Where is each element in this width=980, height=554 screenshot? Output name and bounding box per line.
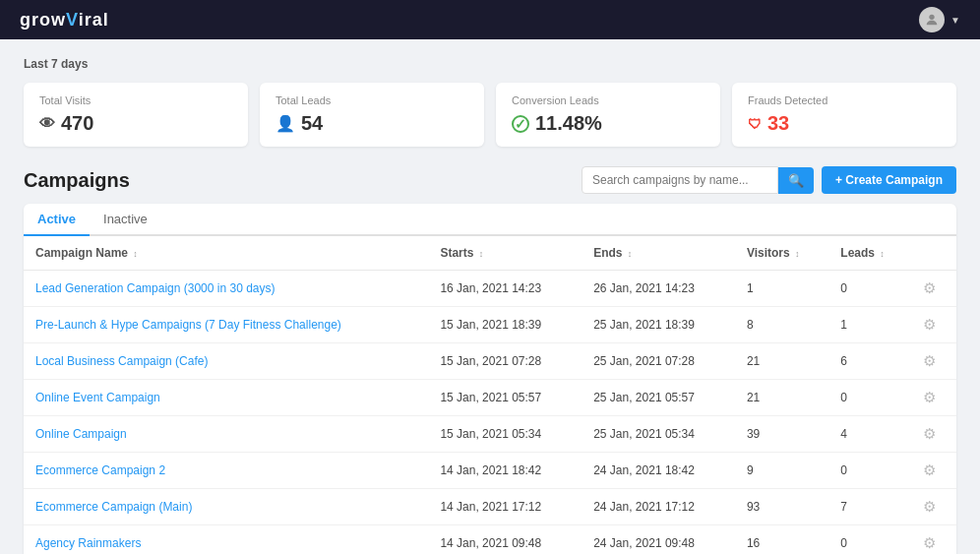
campaign-ends-cell: 26 Jan, 2021 14:23	[582, 271, 735, 307]
campaign-name-cell: Local Business Campaign (Cafe)	[24, 343, 428, 380]
stat-card-leads: Total Leads 👤 54	[260, 83, 484, 147]
campaign-settings-cell: ⚙	[911, 416, 956, 453]
campaign-link[interactable]: Online Campaign	[35, 427, 127, 441]
create-campaign-button[interactable]: + Create Campaign	[822, 166, 956, 194]
campaign-visitors-cell: 21	[735, 343, 828, 380]
sort-icon-starts: ↕	[479, 249, 484, 259]
campaign-settings-cell: ⚙	[911, 453, 956, 489]
campaign-starts-cell: 16 Jan, 2021 14:23	[428, 271, 582, 307]
campaigns-table: Campaign Name ↕ Starts ↕ Ends ↕ Visitors…	[24, 236, 956, 554]
stat-value-visits: 👁 470	[39, 112, 232, 135]
campaigns-title: Campaigns	[24, 169, 130, 192]
campaign-visitors-cell: 39	[735, 416, 828, 453]
search-wrapper: 🔍	[582, 166, 814, 194]
table-row: Online Campaign 15 Jan, 2021 05:34 25 Ja…	[24, 416, 956, 453]
campaign-settings-cell: ⚙	[911, 307, 956, 343]
campaign-name-cell: Agency Rainmakers	[24, 525, 428, 555]
gear-icon[interactable]: ⚙	[923, 462, 936, 478]
sort-icon-leads: ↕	[880, 249, 885, 259]
stats-row: Total Visits 👁 470 Total Leads 👤 54 Conv…	[24, 83, 956, 147]
campaign-name-cell: Ecommerce Campaign 2	[24, 453, 428, 489]
campaign-link[interactable]: Local Business Campaign (Cafe)	[35, 354, 208, 368]
table-row: Ecommerce Campaign 2 14 Jan, 2021 18:42 …	[24, 453, 956, 489]
stat-label-fraud: Frauds Detected	[748, 94, 941, 106]
col-visitors: Visitors ↕	[735, 236, 828, 271]
campaign-ends-cell: 25 Jan, 2021 07:28	[582, 343, 735, 380]
sort-icon-visitors: ↕	[795, 249, 800, 259]
svg-point-0	[929, 15, 934, 20]
campaigns-header: Campaigns 🔍 + Create Campaign	[24, 166, 956, 194]
stat-label-conversion: Conversion Leads	[512, 94, 704, 106]
campaign-leads-cell: 7	[828, 489, 911, 525]
campaign-name-cell: Online Campaign	[24, 416, 428, 453]
campaign-link[interactable]: Pre-Launch & Hype Campaigns (7 Day Fitne…	[35, 318, 341, 332]
gear-icon[interactable]: ⚙	[923, 425, 936, 442]
gear-icon[interactable]: ⚙	[923, 498, 936, 515]
campaign-leads-cell: 0	[828, 271, 911, 307]
campaign-leads-cell: 0	[828, 380, 911, 416]
stat-value-fraud: 🛡 33	[748, 112, 941, 135]
campaign-starts-cell: 15 Jan, 2021 05:57	[428, 380, 582, 416]
leads-icon: 👤	[276, 114, 295, 133]
search-icon: 🔍	[788, 173, 804, 188]
campaign-link[interactable]: Agency Rainmakers	[35, 536, 141, 550]
campaign-visitors-cell: 1	[735, 271, 828, 307]
table-row: Agency Rainmakers 14 Jan, 2021 09:48 24 …	[24, 525, 956, 555]
table-row: Pre-Launch & Hype Campaigns (7 Day Fitne…	[24, 307, 956, 343]
campaign-ends-cell: 24 Jan, 2021 09:48	[582, 525, 735, 555]
col-leads: Leads ↕	[828, 236, 911, 271]
user-menu[interactable]: ▼	[919, 7, 960, 32]
col-actions	[911, 236, 956, 271]
gear-icon[interactable]: ⚙	[923, 389, 936, 405]
campaign-visitors-cell: 9	[735, 453, 828, 489]
campaign-ends-cell: 24 Jan, 2021 17:12	[582, 489, 735, 525]
stat-card-fraud: Frauds Detected 🛡 33	[732, 83, 956, 147]
campaign-starts-cell: 15 Jan, 2021 18:39	[428, 307, 582, 343]
period-label: Last 7 days	[24, 57, 956, 71]
gear-icon[interactable]: ⚙	[923, 352, 936, 369]
stat-value-leads: 👤 54	[276, 112, 468, 135]
campaign-link[interactable]: Lead Generation Campaign (3000 in 30 day…	[35, 281, 276, 295]
sort-icon-name: ↕	[133, 249, 138, 259]
campaign-name-cell: Pre-Launch & Hype Campaigns (7 Day Fitne…	[24, 307, 428, 343]
col-ends: Ends ↕	[582, 236, 735, 271]
campaign-link[interactable]: Ecommerce Campaign (Main)	[35, 500, 192, 514]
stat-card-visits: Total Visits 👁 470	[24, 83, 248, 147]
fraud-icon: 🛡	[748, 116, 762, 132]
campaign-visitors-cell: 21	[735, 380, 828, 416]
gear-icon[interactable]: ⚙	[923, 279, 936, 296]
tab-inactive[interactable]: Inactive	[90, 204, 161, 236]
table-row: Online Event Campaign 15 Jan, 2021 05:57…	[24, 380, 956, 416]
col-campaign-name: Campaign Name ↕	[24, 236, 428, 271]
campaign-name-cell: Ecommerce Campaign (Main)	[24, 489, 428, 525]
stat-value-conversion: ✓ 11.48%	[512, 112, 704, 135]
conversion-icon: ✓	[512, 115, 529, 133]
campaign-name-cell: Online Event Campaign	[24, 380, 428, 416]
campaign-leads-cell: 0	[828, 525, 911, 555]
table-header-row: Campaign Name ↕ Starts ↕ Ends ↕ Visitors…	[24, 236, 956, 271]
campaign-link[interactable]: Ecommerce Campaign 2	[35, 463, 165, 477]
campaign-visitors-cell: 16	[735, 525, 828, 555]
table-row: Ecommerce Campaign (Main) 14 Jan, 2021 1…	[24, 489, 956, 525]
campaign-leads-cell: 6	[828, 343, 911, 380]
tab-active[interactable]: Active	[24, 204, 90, 236]
gear-icon[interactable]: ⚙	[923, 316, 936, 333]
campaign-settings-cell: ⚙	[911, 271, 956, 307]
visits-icon: 👁	[39, 115, 55, 133]
campaign-starts-cell: 14 Jan, 2021 18:42	[428, 453, 582, 489]
campaign-ends-cell: 25 Jan, 2021 05:34	[582, 416, 735, 453]
campaign-tabs: Active Inactive	[24, 204, 956, 236]
campaign-visitors-cell: 93	[735, 489, 828, 525]
campaign-visitors-cell: 8	[735, 307, 828, 343]
app-logo: growViral	[20, 10, 109, 31]
gear-icon[interactable]: ⚙	[923, 534, 936, 551]
campaign-link[interactable]: Online Event Campaign	[35, 391, 160, 404]
search-input[interactable]	[582, 166, 778, 194]
campaign-starts-cell: 14 Jan, 2021 09:48	[428, 525, 582, 555]
campaign-ends-cell: 25 Jan, 2021 05:57	[582, 380, 735, 416]
search-button[interactable]: 🔍	[778, 167, 814, 194]
campaign-settings-cell: ⚙	[911, 380, 956, 416]
campaigns-table-wrapper: Active Inactive Campaign Name ↕ Starts ↕…	[24, 204, 956, 554]
sort-icon-ends: ↕	[628, 249, 633, 259]
stat-label-leads: Total Leads	[276, 94, 468, 106]
